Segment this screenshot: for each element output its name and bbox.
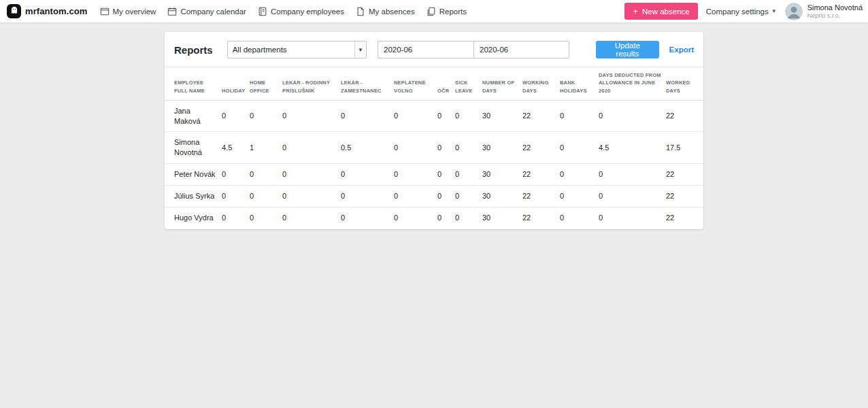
employee-name-cell: Simona Novotná xyxy=(165,132,222,164)
period-range-group xyxy=(378,41,569,58)
brand-logo[interactable] xyxy=(7,4,21,18)
user-company: Neprio s.r.o. xyxy=(807,12,863,19)
value-cell: 0 xyxy=(437,164,455,186)
plus-icon: + xyxy=(633,6,638,16)
value-cell: 0 xyxy=(394,164,437,186)
period-from-input[interactable] xyxy=(378,41,473,58)
value-cell: 22 xyxy=(666,185,703,207)
value-cell: 22 xyxy=(522,207,560,228)
brand-name[interactable]: mrfantom.com xyxy=(25,6,88,16)
chevron-down-icon: ▼ xyxy=(771,8,777,14)
value-cell: 0 xyxy=(394,132,437,164)
value-cell: 0 xyxy=(250,164,282,186)
value-cell: 0 xyxy=(250,185,282,207)
value-cell: 30 xyxy=(482,132,522,164)
value-cell: 0 xyxy=(282,185,341,207)
value-cell: 0.5 xyxy=(341,132,394,164)
value-cell: 30 xyxy=(482,100,522,132)
document-icon xyxy=(356,7,365,16)
nav-item-label: My overview xyxy=(113,7,156,16)
overview-icon xyxy=(100,7,110,16)
value-cell: 0 xyxy=(222,207,250,228)
value-cell: 17.5 xyxy=(666,132,703,164)
value-cell: 0 xyxy=(394,100,437,132)
column-header: HOME OFFICE xyxy=(250,67,282,101)
ghost-icon xyxy=(10,5,19,18)
value-cell: 30 xyxy=(482,185,522,207)
report-table-body: Jana Maková000000030220022Simona Novotná… xyxy=(165,100,703,228)
top-navbar: mrfantom.com My overview Company calenda… xyxy=(0,0,868,22)
company-settings-label: Company settings xyxy=(706,7,769,16)
table-row: Simona Novotná4.5100.5000302204.517.5 xyxy=(165,132,703,164)
nav-item-company-calendar[interactable]: Company calendar xyxy=(167,7,246,16)
employee-name-cell: Jana Maková xyxy=(165,100,222,132)
value-cell: 0 xyxy=(599,100,666,132)
value-cell: 4.5 xyxy=(599,132,666,164)
column-header: WORKED DAYS xyxy=(666,67,703,101)
department-select[interactable]: All departments xyxy=(227,41,367,58)
nav-item-reports[interactable]: Reports xyxy=(427,7,467,16)
report-table: EMPLOYEE FULL NAMEHOLIDAYHOME OFFICELEKÁ… xyxy=(165,67,703,228)
column-header: LEKÁR - RODINNÝ PRÍSLUŠNÍK xyxy=(282,67,341,101)
value-cell: 0 xyxy=(560,100,599,132)
value-cell: 0 xyxy=(599,164,666,186)
user-block[interactable]: Simona Novotná Neprio s.r.o. xyxy=(807,3,863,19)
column-header: NEPLATENÉ VOĽNO xyxy=(394,67,437,101)
report-controls: Reports All departments ▼ Update results… xyxy=(165,32,703,67)
value-cell: 0 xyxy=(560,185,599,207)
new-absence-button[interactable]: + New absence xyxy=(624,3,697,20)
department-select-wrap: All departments ▼ xyxy=(227,41,367,58)
nav-item-label: Company calendar xyxy=(180,7,246,16)
value-cell: 0 xyxy=(437,132,455,164)
reports-icon xyxy=(427,7,436,16)
value-cell: 0 xyxy=(455,185,482,207)
reports-card: Reports All departments ▼ Update results… xyxy=(165,32,703,229)
nav-item-my-overview[interactable]: My overview xyxy=(100,7,156,16)
company-settings-menu[interactable]: Company settings ▼ xyxy=(706,7,777,16)
user-name: Simona Novotná xyxy=(807,3,863,12)
value-cell: 0 xyxy=(282,100,341,132)
value-cell: 22 xyxy=(666,164,703,186)
new-absence-label: New absence xyxy=(642,7,690,16)
employee-name-cell: Hugo Vydra xyxy=(165,207,222,228)
value-cell: 4.5 xyxy=(222,132,250,164)
value-cell: 0 xyxy=(250,100,282,132)
value-cell: 0 xyxy=(394,207,437,228)
value-cell: 0 xyxy=(437,100,455,132)
nav-item-label: Company employees xyxy=(271,7,344,16)
value-cell: 0 xyxy=(341,100,394,132)
nav-item-label: Reports xyxy=(439,7,467,16)
employees-icon xyxy=(258,7,267,16)
update-results-button[interactable]: Update results xyxy=(596,41,659,58)
value-cell: 1 xyxy=(250,132,282,164)
table-row: Peter Novák000000030220022 xyxy=(165,164,703,186)
value-cell: 0 xyxy=(599,185,666,207)
column-header: LEKÁR - ZAMESTNANEC xyxy=(341,67,394,101)
value-cell: 0 xyxy=(455,207,482,228)
value-cell: 0 xyxy=(282,164,341,186)
table-row: Július Syrka000000030220022 xyxy=(165,185,703,207)
value-cell: 0 xyxy=(437,207,455,228)
period-to-input[interactable] xyxy=(473,41,569,58)
value-cell: 0 xyxy=(455,132,482,164)
employee-name-cell: Peter Novák xyxy=(165,164,222,186)
export-link[interactable]: Export xyxy=(669,46,694,54)
value-cell: 22 xyxy=(522,185,560,207)
value-cell: 0 xyxy=(455,164,482,186)
value-cell: 0 xyxy=(282,207,341,228)
value-cell: 22 xyxy=(666,100,703,132)
column-header: HOLIDAY xyxy=(222,67,250,101)
value-cell: 22 xyxy=(522,132,560,164)
value-cell: 0 xyxy=(560,132,599,164)
nav-item-label: My absences xyxy=(369,7,415,16)
value-cell: 0 xyxy=(560,164,599,186)
table-row: Hugo Vydra000000030220022 xyxy=(165,207,703,228)
value-cell: 30 xyxy=(482,164,522,186)
calendar-icon xyxy=(167,7,177,16)
navbar-right: + New absence Company settings ▼ Simona … xyxy=(624,3,863,20)
column-header: SICK LEAVE xyxy=(455,67,482,101)
column-header: EMPLOYEE FULL NAME xyxy=(165,67,222,101)
avatar[interactable] xyxy=(785,3,803,20)
nav-item-my-absences[interactable]: My absences xyxy=(356,7,415,16)
nav-item-company-employees[interactable]: Company employees xyxy=(258,7,344,16)
